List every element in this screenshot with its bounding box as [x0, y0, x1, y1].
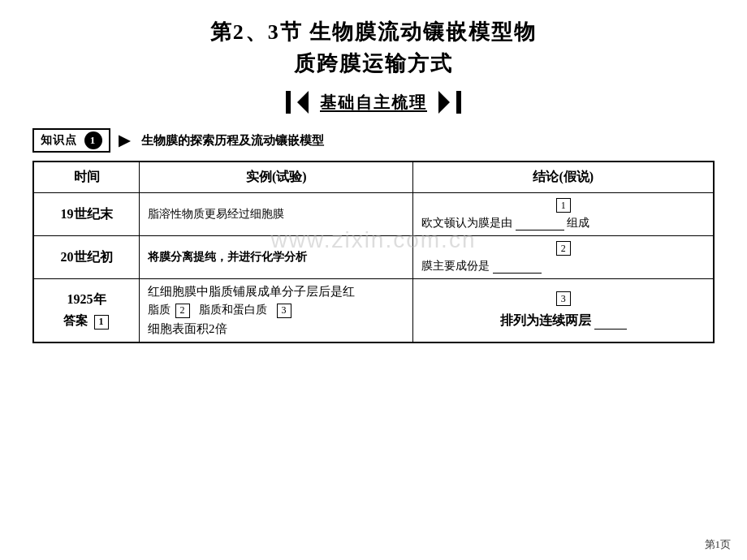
knowledge-desc: 生物膜的探索历程及流动镶嵌模型	[141, 133, 324, 149]
triangle-left-icon	[297, 91, 309, 114]
conclusion-cell-3: 3 排列为连续两层	[413, 279, 714, 342]
conclusion-label-1: 欧文顿认为膜是由	[421, 217, 512, 229]
example-line-1: 红细胞膜中脂质铺展成单分子层后是红	[148, 284, 404, 299]
knowledge-label-text: 知识点	[41, 134, 77, 146]
example-cell-2: 将膜分离提纯，并进行化学分析	[140, 236, 413, 279]
knowledge-label: 知识点 1	[32, 128, 110, 153]
blank-3	[594, 317, 627, 330]
table-row: 19世纪末 脂溶性物质更易经过细胞膜 1 欧文顿认为膜是由 组成	[33, 193, 714, 236]
conclusion-text-1: 欧文顿认为膜是由 组成	[421, 216, 705, 230]
example-part3: 脂质和蛋白质	[199, 304, 267, 316]
header-col-time: 时间	[33, 162, 140, 193]
num-box-1: 1	[556, 198, 571, 213]
time-text-1: 19世纪末	[61, 207, 113, 221]
page-number: 第1页	[705, 537, 732, 552]
main-table: 时间 实例(试验) 结论(假说) 19世纪末 脂溶性物质更易经过细胞膜 1 欧文…	[32, 161, 715, 343]
title-line2: 质跨膜运输方式	[32, 48, 715, 80]
table-row: 1925年 答案 1 红细胞膜中脂质铺展成单分子层后是红 脂质 2 脂质和蛋白质…	[33, 279, 714, 342]
conclusion-bold-3: 排列为连续两层	[421, 312, 705, 330]
answer-num-box-2: 2	[175, 304, 190, 318]
conclusion-num-box-1: 1	[421, 198, 705, 216]
blank-2	[493, 261, 542, 274]
header-col-example: 实例(试验)	[140, 162, 413, 193]
bar-left-decor	[286, 91, 291, 114]
example-part2: 脂质	[148, 304, 171, 316]
example-text-2: 将膜分离提纯，并进行化学分析	[148, 251, 307, 263]
conclusion-cell-2: 2 膜主要成份是	[413, 236, 714, 279]
conclusion-bold-text-3: 排列为连续两层	[500, 313, 591, 327]
conclusion-label-2: 膜主要成份是	[421, 260, 490, 272]
answer-num-box-1: 1	[94, 315, 109, 330]
knowledge-point-row: 知识点 1 ▶ 生物膜的探索历程及流动镶嵌模型	[32, 128, 715, 153]
time-text-2: 20世纪初	[61, 250, 113, 264]
header-col-conclusion: 结论(假说)	[413, 162, 714, 193]
title-line1: 第2、3节 生物膜流动镶嵌模型物	[32, 16, 715, 48]
example-part4: 细胞表面积2倍	[148, 322, 227, 335]
section-header: 基础自主梳理	[32, 91, 715, 114]
conclusion-cell-1: 1 欧文顿认为膜是由 组成	[413, 193, 714, 236]
num-box-2: 2	[556, 241, 571, 256]
table-row: 20世纪初 将膜分离提纯，并进行化学分析 2 膜主要成份是	[33, 236, 714, 279]
conclusion-text-2: 膜主要成份是	[421, 259, 705, 274]
num-box-3: 3	[556, 291, 571, 306]
example-line-3: 细胞表面积2倍	[148, 321, 404, 337]
example-text-1: 脂溶性物质更易经过细胞膜	[148, 208, 284, 220]
answer-label: 答案	[63, 314, 88, 327]
time-1925-text: 1925年	[42, 291, 131, 308]
example-cell-3: 红细胞膜中脂质铺展成单分子层后是红 脂质 2 脂质和蛋白质 3 细胞表面积2倍	[140, 279, 413, 342]
conclusion-num-box-2: 2	[421, 241, 705, 259]
triangle-right-icon	[438, 91, 450, 114]
blank-1	[516, 218, 564, 230]
example-answer-line: 脂质 2 脂质和蛋白质 3	[148, 303, 404, 318]
answer-label-row: 答案 1	[42, 313, 131, 329]
knowledge-num-badge: 1	[84, 131, 102, 149]
time-cell-1: 19世纪末	[33, 193, 140, 236]
table-header-row: 时间 实例(试验) 结论(假说)	[33, 162, 714, 193]
time-cell-3: 1925年 答案 1	[33, 279, 140, 342]
main-title: 第2、3节 生物膜流动镶嵌模型物 质跨膜运输方式	[32, 16, 715, 80]
conclusion-suffix-1: 组成	[567, 217, 589, 229]
conclusion-num-box-3: 3	[421, 291, 705, 310]
answer-num-box-3: 3	[277, 304, 291, 318]
time-cell-2: 20世纪初	[33, 236, 140, 279]
example-part1-text: 红细胞膜中脂质铺展成单分子层后是红	[148, 285, 355, 298]
page: 第2、3节 生物膜流动镶嵌模型物 质跨膜运输方式 基础自主梳理 知识点 1 ▶ …	[0, 0, 747, 560]
arrow-right-icon: ▶	[119, 131, 130, 149]
bar-right-decor	[456, 91, 461, 114]
section-title: 基础自主梳理	[320, 92, 427, 114]
section-header-bar: 基础自主梳理	[286, 91, 461, 114]
example-cell-1: 脂溶性物质更易经过细胞膜	[140, 193, 413, 236]
